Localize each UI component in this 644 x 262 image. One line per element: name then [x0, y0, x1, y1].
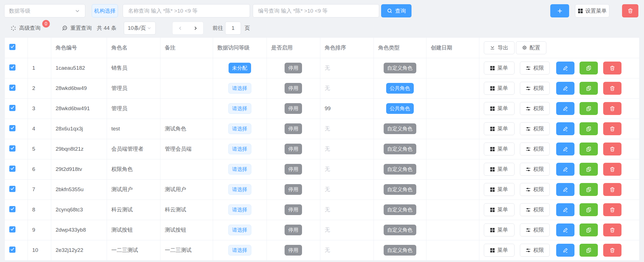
row-permission-button[interactable]: 权限 — [520, 223, 550, 236]
enabled-badge[interactable]: 停用 — [285, 204, 302, 215]
row-menu-button[interactable]: 菜单 — [484, 203, 515, 216]
row-menu-button[interactable]: 菜单 — [484, 223, 515, 236]
enabled-badge[interactable]: 停用 — [285, 184, 302, 195]
row-edit-button[interactable] — [556, 203, 574, 216]
row-menu-button[interactable]: 菜单 — [484, 102, 515, 115]
row-permission-button[interactable]: 权限 — [520, 143, 550, 155]
row-delete-button[interactable] — [603, 102, 621, 115]
search-button[interactable]: 查询 — [381, 4, 412, 17]
row-copy-button[interactable] — [580, 62, 598, 74]
row-edit-button[interactable] — [556, 223, 574, 236]
row-delete-button[interactable] — [603, 82, 621, 95]
row-copy-button[interactable] — [580, 163, 598, 176]
row-delete-button[interactable] — [603, 223, 621, 236]
menu-settings-button[interactable]: 设置菜单 — [575, 4, 609, 17]
row-delete-button[interactable] — [603, 183, 621, 196]
row-delete-button[interactable] — [603, 244, 621, 257]
data-access-badge[interactable]: 请选择 — [228, 204, 251, 215]
config-button[interactable]: 配置 — [516, 41, 546, 54]
row-copy-button[interactable] — [580, 223, 598, 236]
reset-search-button[interactable]: 重置查询 — [61, 22, 92, 35]
row-index: 7 — [28, 179, 51, 200]
row-copy-button[interactable] — [580, 82, 598, 95]
org-select-button[interactable]: 机构选择 — [92, 4, 118, 17]
row-delete-button[interactable] — [603, 163, 621, 176]
delete-selected-button[interactable] — [622, 4, 638, 17]
row-copy-button[interactable] — [580, 244, 598, 257]
goto-page-input[interactable] — [225, 22, 241, 35]
enabled-badge[interactable]: 停用 — [285, 103, 302, 114]
row-menu-button[interactable]: 菜单 — [484, 244, 515, 257]
row-checkbox[interactable] — [9, 125, 15, 131]
data-access-badge[interactable]: 未分配 — [229, 63, 251, 73]
page-size-select[interactable]: 10条/页 — [124, 22, 156, 35]
export-button[interactable]: 导出 — [484, 41, 515, 54]
row-delete-button[interactable] — [603, 203, 621, 216]
row-menu-button[interactable]: 菜单 — [484, 82, 515, 95]
row-menu-button[interactable]: 菜单 — [484, 163, 515, 176]
header-role-type: 角色类型 — [374, 38, 426, 58]
row-checkbox[interactable] — [9, 85, 15, 91]
row-delete-button[interactable] — [603, 143, 621, 155]
row-menu-button[interactable]: 菜单 — [484, 122, 515, 135]
advanced-search-button[interactable]: 高级查询 0 — [10, 22, 41, 35]
row-checkbox[interactable] — [9, 64, 15, 71]
row-permission-button[interactable]: 权限 — [520, 203, 550, 216]
row-delete-button[interactable] — [603, 62, 621, 74]
enabled-badge[interactable]: 停用 — [285, 245, 302, 256]
row-copy-button[interactable] — [580, 203, 598, 216]
row-edit-button[interactable] — [556, 82, 574, 95]
row-edit-button[interactable] — [556, 122, 574, 135]
name-search-input[interactable] — [124, 4, 249, 17]
row-checkbox[interactable] — [9, 247, 15, 253]
row-permission-button[interactable]: 权限 — [520, 102, 550, 115]
enabled-badge[interactable]: 停用 — [285, 164, 302, 175]
row-checkbox[interactable] — [9, 186, 15, 192]
row-copy-button[interactable] — [580, 102, 598, 115]
data-access-badge[interactable]: 请选择 — [228, 103, 251, 114]
data-access-badge[interactable]: 请选择 — [228, 184, 251, 195]
row-edit-button[interactable] — [556, 62, 574, 74]
row-checkbox[interactable] — [9, 105, 15, 111]
row-delete-button[interactable] — [603, 122, 621, 135]
row-permission-button[interactable]: 权限 — [520, 183, 550, 196]
data-access-badge[interactable]: 请选择 — [228, 123, 251, 134]
data-access-badge[interactable]: 请选择 — [228, 225, 251, 235]
row-permission-button[interactable]: 权限 — [520, 244, 550, 257]
row-edit-button[interactable] — [556, 244, 574, 257]
row-checkbox[interactable] — [9, 145, 15, 152]
enabled-badge[interactable]: 停用 — [285, 123, 302, 134]
select-all-checkbox[interactable] — [9, 44, 15, 50]
row-edit-button[interactable] — [556, 102, 574, 115]
row-menu-button[interactable]: 菜单 — [484, 183, 515, 196]
row-copy-button[interactable] — [580, 183, 598, 196]
row-permission-button[interactable]: 权限 — [520, 82, 550, 95]
row-permission-button[interactable]: 权限 — [520, 62, 550, 74]
row-menu-button[interactable]: 菜单 — [484, 62, 515, 74]
row-copy-button[interactable] — [580, 122, 598, 135]
enabled-badge[interactable]: 停用 — [285, 63, 302, 73]
role-code: 1caeau5182 — [51, 58, 107, 78]
code-search-input[interactable] — [254, 4, 378, 17]
next-page-button[interactable] — [188, 22, 204, 34]
row-permission-button[interactable]: 权限 — [520, 163, 550, 176]
row-checkbox[interactable] — [9, 226, 15, 232]
row-edit-button[interactable] — [556, 143, 574, 155]
data-access-badge[interactable]: 请选择 — [228, 144, 251, 154]
enabled-badge[interactable]: 停用 — [285, 144, 302, 154]
enabled-badge[interactable]: 停用 — [285, 225, 302, 235]
row-edit-button[interactable] — [556, 163, 574, 176]
row-permission-button[interactable]: 权限 — [520, 122, 550, 135]
row-checkbox[interactable] — [9, 166, 15, 172]
data-access-badge[interactable]: 请选择 — [228, 164, 251, 175]
add-button[interactable] — [550, 4, 569, 17]
row-edit-button[interactable] — [556, 183, 574, 196]
row-menu-button[interactable]: 菜单 — [484, 143, 515, 155]
data-access-badge[interactable]: 请选择 — [228, 245, 251, 256]
enabled-badge[interactable]: 停用 — [285, 83, 302, 94]
row-checkbox[interactable] — [9, 206, 15, 212]
data-level-select[interactable]: 数据等级 — [4, 4, 85, 17]
data-access-badge[interactable]: 请选择 — [228, 83, 251, 94]
row-copy-button[interactable] — [580, 143, 598, 155]
prev-page-button[interactable] — [173, 22, 188, 34]
